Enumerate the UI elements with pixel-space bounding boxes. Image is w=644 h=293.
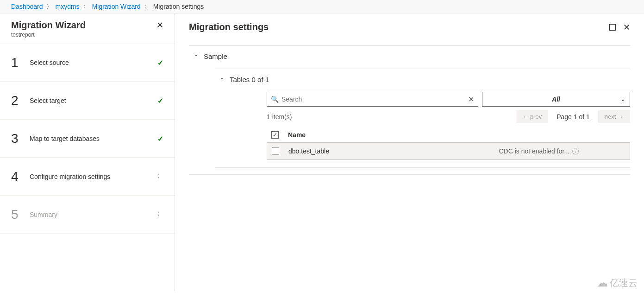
sidebar-subtitle: testreport bbox=[11, 32, 86, 38]
wizard-sidebar: Migration Wizard testreport ✕ 1 Select s… bbox=[0, 13, 175, 291]
maximize-icon[interactable] bbox=[609, 24, 616, 31]
row-checkbox[interactable] bbox=[272, 147, 279, 155]
section-label: Sample bbox=[204, 52, 227, 60]
row-name: dbo.test_table bbox=[288, 147, 499, 155]
checkmark-icon: ✓ bbox=[157, 96, 163, 105]
prev-button[interactable]: ← prev bbox=[516, 110, 548, 123]
step-number: 4 bbox=[11, 169, 25, 184]
subsection-toggle-tables[interactable]: ⌄ Tables 0 of 1 bbox=[215, 76, 630, 83]
chevron-up-icon: ⌄ bbox=[194, 53, 198, 60]
step-label: Select target bbox=[30, 97, 157, 104]
wizard-step-4[interactable]: 4 Configure migration settings 〉 bbox=[0, 158, 175, 196]
step-label: Configure migration settings bbox=[30, 173, 157, 180]
checkmark-icon: ✓ bbox=[157, 58, 163, 67]
select-all-checkbox[interactable] bbox=[271, 131, 279, 139]
next-button[interactable]: next → bbox=[598, 110, 630, 123]
clear-icon[interactable]: ✕ bbox=[468, 95, 474, 104]
breadcrumb-link-wizard[interactable]: Migration Wizard bbox=[92, 3, 141, 10]
page-title: Migration settings bbox=[189, 22, 269, 32]
section-sample: ⌄ Sample ⌄ Tables 0 of 1 🔍 ✕ bbox=[189, 45, 630, 175]
chevron-down-icon: ⌄ bbox=[620, 96, 625, 102]
column-header-name: Name bbox=[288, 131, 625, 139]
info-icon[interactable]: i bbox=[572, 148, 579, 154]
breadcrumb-link-mxydms[interactable]: mxydms bbox=[56, 3, 80, 10]
chevron-up-icon: ⌄ bbox=[219, 76, 224, 83]
step-label: Summary bbox=[30, 211, 157, 218]
close-icon[interactable]: ✕ bbox=[623, 22, 630, 32]
item-count: 1 item(s) bbox=[267, 113, 292, 121]
subsection-label: Tables 0 of 1 bbox=[230, 76, 269, 83]
sidebar-title: Migration Wizard bbox=[11, 20, 86, 31]
breadcrumb-current: Migration settings bbox=[153, 3, 204, 10]
chevron-right-icon: 〉 bbox=[83, 3, 88, 10]
subsection-tables: ⌄ Tables 0 of 1 🔍 ✕ All ⌄ bbox=[215, 69, 630, 160]
search-input-wrapper[interactable]: 🔍 ✕ bbox=[267, 92, 478, 107]
chevron-right-icon: 〉 bbox=[157, 172, 163, 181]
step-label: Map to target databases bbox=[30, 135, 157, 142]
chevron-right-icon: 〉 bbox=[47, 3, 52, 10]
main-content: Migration settings ✕ ⌄ Sample ⌄ Tables 0… bbox=[175, 13, 644, 291]
table-header: Name bbox=[267, 127, 630, 142]
search-input[interactable] bbox=[281, 96, 468, 103]
watermark: ☁ 亿速云 bbox=[597, 276, 638, 289]
filter-dropdown[interactable]: All ⌄ bbox=[482, 92, 630, 107]
close-icon[interactable]: ✕ bbox=[156, 20, 163, 30]
chevron-right-icon: 〉 bbox=[144, 3, 150, 10]
step-number: 5 bbox=[11, 207, 25, 222]
filter-value: All bbox=[552, 96, 560, 103]
chevron-right-icon: 〉 bbox=[157, 210, 163, 219]
wizard-step-2[interactable]: 2 Select target ✓ bbox=[0, 82, 175, 120]
step-number: 2 bbox=[11, 93, 25, 108]
table-row[interactable]: dbo.test_table CDC is not enabled for...… bbox=[267, 142, 630, 160]
breadcrumb-link-dashboard[interactable]: Dashboard bbox=[11, 3, 43, 10]
page-indicator: Page 1 of 1 bbox=[556, 113, 590, 121]
step-number: 3 bbox=[11, 131, 25, 146]
wizard-step-1[interactable]: 1 Select source ✓ bbox=[0, 44, 175, 82]
step-number: 1 bbox=[11, 55, 25, 70]
wizard-step-3[interactable]: 3 Map to target databases ✓ bbox=[0, 120, 175, 158]
row-status: CDC is not enabled for... i bbox=[499, 147, 579, 155]
checkmark-icon: ✓ bbox=[157, 134, 163, 143]
step-label: Select source bbox=[30, 59, 157, 66]
cloud-icon: ☁ bbox=[597, 276, 608, 289]
wizard-step-5[interactable]: 5 Summary 〉 bbox=[0, 196, 175, 234]
breadcrumb: Dashboard 〉 mxydms 〉 Migration Wizard 〉 … bbox=[0, 0, 644, 13]
search-icon: 🔍 bbox=[271, 96, 279, 103]
section-toggle-sample[interactable]: ⌄ Sample bbox=[189, 52, 630, 60]
